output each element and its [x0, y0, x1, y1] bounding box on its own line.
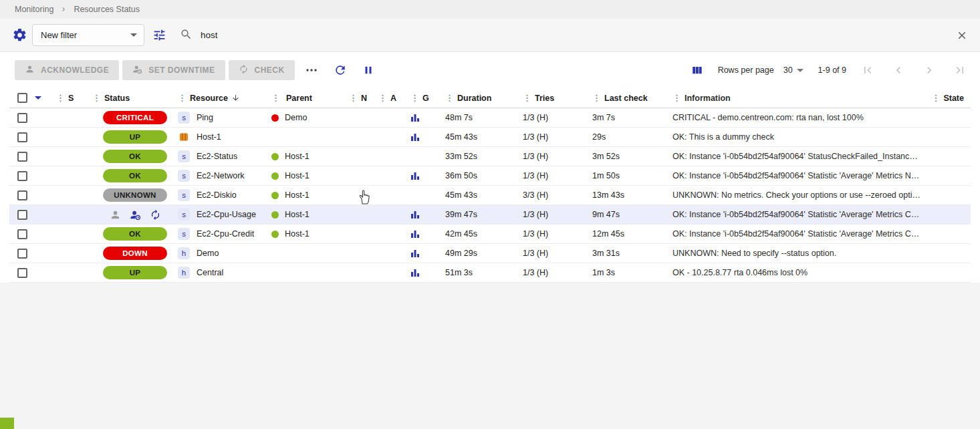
- search-icon: [180, 28, 193, 43]
- resource-name: Central: [197, 268, 223, 277]
- search-input[interactable]: [201, 30, 956, 40]
- column-header-state[interactable]: ⋮State: [928, 93, 971, 103]
- table-row[interactable]: OK sEc2-Cpu-Credit Host-1 42m 45s 1/3 (H…: [9, 225, 971, 244]
- drag-handle-icon[interactable]: ⋮: [349, 93, 358, 103]
- row-checkbox[interactable]: [17, 268, 27, 278]
- row-checkbox[interactable]: [17, 229, 27, 239]
- information-value: OK: This is a dummy check: [672, 132, 928, 142]
- set-downtime-button[interactable]: SET DOWNTIME: [122, 60, 225, 80]
- column-header-last-check[interactable]: ⋮Last check: [592, 93, 672, 103]
- drag-handle-icon[interactable]: ⋮: [592, 93, 601, 103]
- breadcrumb-monitoring[interactable]: Monitoring: [15, 5, 53, 14]
- column-header-duration[interactable]: ⋮Duration: [445, 93, 523, 103]
- pause-icon[interactable]: [362, 64, 374, 76]
- tries-value: 1/3 (H): [523, 210, 592, 219]
- service-icon: s: [178, 208, 190, 221]
- table-row[interactable]: UP hCentral 51m 3s 1/3 (H) 1m 3s OK - 10…: [9, 263, 971, 283]
- acknowledge-icon[interactable]: [110, 209, 121, 221]
- table-row[interactable]: OK sEc2-Status Host-1 33m 52s 1/3 (H) 3m…: [9, 147, 971, 166]
- table-row[interactable]: UNKNOWN sEc2-Diskio Host-1 45m 43s 3/3 (…: [9, 186, 971, 205]
- drag-handle-icon[interactable]: ⋮: [271, 93, 280, 103]
- check-label: CHECK: [255, 65, 285, 75]
- table-row[interactable]: OK sEc2-Network Host-1 36m 50s 1/3 (H) 1…: [9, 166, 971, 186]
- column-header-acknowledged[interactable]: ⋮A: [378, 93, 410, 103]
- drag-handle-icon[interactable]: ⋮: [445, 93, 454, 103]
- tries-value: 3/3 (H): [523, 190, 592, 200]
- graph-icon[interactable]: [410, 229, 420, 239]
- graph-icon[interactable]: [410, 210, 420, 219]
- table-row[interactable]: DOWN hDemo 49m 29s 1/3 (H) 3m 31s UNKNOW…: [9, 244, 971, 263]
- breadcrumb-resources-status[interactable]: Resources Status: [74, 5, 140, 14]
- parent-name: Host-1: [285, 171, 310, 180]
- acknowledge-button[interactable]: ACKNOWLEDGE: [15, 60, 119, 80]
- last-page-button[interactable]: [953, 63, 967, 77]
- previous-page-button[interactable]: [892, 63, 905, 77]
- rows-per-page-select[interactable]: 30: [783, 65, 804, 75]
- column-header-tries[interactable]: ⋮Tries: [523, 93, 592, 103]
- resource-name: Ec2-Status: [197, 152, 237, 161]
- column-header-status[interactable]: ⋮Status: [92, 93, 178, 103]
- duration-value: 45m 43s: [445, 132, 523, 142]
- columns-settings-icon[interactable]: [691, 64, 703, 77]
- first-page-button[interactable]: [861, 63, 874, 77]
- bulk-actions-arrow-icon[interactable]: [35, 96, 41, 100]
- last-check-value: 29s: [592, 132, 672, 142]
- select-all-checkbox[interactable]: [17, 93, 27, 103]
- resource-name: Ec2-Network: [197, 171, 245, 180]
- drag-handle-icon[interactable]: ⋮: [410, 93, 419, 103]
- tries-value: 1/3 (H): [523, 132, 592, 142]
- filter-preset-select[interactable]: New filter: [32, 24, 144, 46]
- duration-value: 39m 47s: [445, 210, 523, 219]
- parent-status-dot: [271, 192, 279, 199]
- column-header-notification[interactable]: ⋮N: [349, 93, 378, 103]
- set-downtime-icon[interactable]: [130, 209, 141, 221]
- row-checkbox[interactable]: [17, 171, 27, 181]
- next-page-button[interactable]: [923, 63, 936, 77]
- column-header-resource[interactable]: ⋮Resource: [178, 93, 271, 103]
- table-row[interactable]: UP Host-1 45m 43s 1/3 (H) 29s OK: This i…: [9, 128, 971, 147]
- drag-handle-icon[interactable]: ⋮: [178, 93, 187, 103]
- column-header-parent[interactable]: ⋮Parent: [271, 93, 349, 103]
- row-checkbox[interactable]: [17, 190, 27, 200]
- column-header-graph[interactable]: ⋮G: [410, 93, 445, 103]
- gear-icon[interactable]: [8, 27, 31, 43]
- clear-search-icon[interactable]: [956, 29, 968, 41]
- status-badge: OK: [103, 150, 167, 163]
- downtime-icon: [132, 64, 142, 76]
- breadcrumb: Monitoring Resources Status: [0, 0, 980, 19]
- status-badge: OK: [103, 169, 167, 182]
- drag-handle-icon[interactable]: ⋮: [378, 93, 387, 103]
- resource-name: Ping: [197, 113, 213, 122]
- table-row-hovered[interactable]: sEc2-Cpu-Usage Host-1 39m 47s 1/3 (H) 9m…: [9, 205, 971, 225]
- drag-handle-icon[interactable]: ⋮: [523, 93, 531, 103]
- parent-status-dot: [271, 172, 279, 180]
- parent-status-dot: [271, 231, 279, 238]
- tune-filters-icon[interactable]: [152, 28, 166, 42]
- row-checkbox[interactable]: [17, 113, 27, 123]
- drag-handle-icon[interactable]: ⋮: [931, 93, 940, 103]
- drag-handle-icon[interactable]: ⋮: [92, 93, 101, 103]
- status-badge: DOWN: [103, 247, 167, 260]
- graph-icon[interactable]: [410, 171, 420, 180]
- status-badge: CRITICAL: [103, 111, 167, 124]
- graph-icon[interactable]: [410, 268, 420, 277]
- resources-panel: ACKNOWLEDGE SET DOWNTIME CHECK: [0, 52, 980, 283]
- row-checkbox[interactable]: [17, 210, 27, 220]
- more-actions-icon[interactable]: [305, 67, 318, 73]
- graph-icon[interactable]: [410, 132, 420, 142]
- chevron-right-icon: [59, 5, 68, 13]
- column-header-severity[interactable]: ⋮S: [56, 93, 92, 103]
- check-now-icon[interactable]: [150, 209, 161, 221]
- refresh-icon[interactable]: [334, 63, 347, 77]
- row-checkbox[interactable]: [17, 249, 27, 259]
- row-checkbox[interactable]: [17, 152, 27, 162]
- drag-handle-icon[interactable]: ⋮: [56, 93, 65, 103]
- graph-icon[interactable]: [410, 249, 420, 258]
- column-header-information[interactable]: ⋮Information: [672, 93, 928, 103]
- check-button[interactable]: CHECK: [229, 60, 295, 80]
- information-value: UNKNOWN: No metrics. Check your options …: [672, 190, 928, 200]
- row-checkbox[interactable]: [17, 132, 27, 142]
- graph-icon[interactable]: [410, 113, 420, 122]
- drag-handle-icon[interactable]: ⋮: [672, 93, 681, 103]
- table-row[interactable]: CRITICAL sPing Demo 48m 7s 1/3 (H) 3m 7s…: [9, 108, 971, 128]
